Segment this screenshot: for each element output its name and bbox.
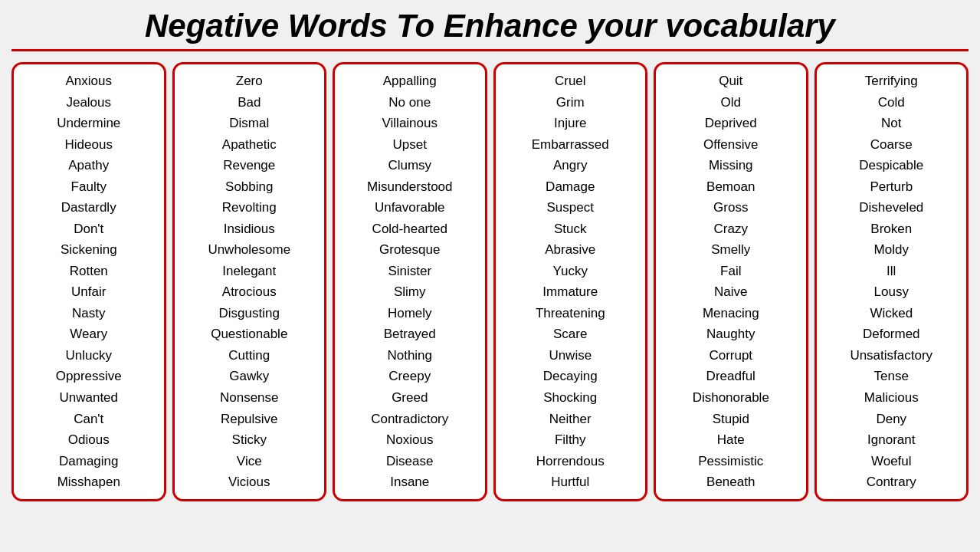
word-item: Unlucky: [66, 345, 112, 366]
word-item: Missing: [709, 155, 753, 176]
word-item: Nonsense: [220, 387, 279, 409]
word-item: Disheveled: [859, 197, 923, 219]
word-item: Unsatisfactory: [850, 345, 932, 366]
word-item: Upset: [393, 134, 427, 156]
word-item: Sinister: [388, 261, 431, 282]
word-item: Perturb: [870, 176, 913, 198]
word-item: Lousy: [874, 281, 909, 303]
word-item: Naive: [714, 281, 747, 303]
word-item: Old: [721, 92, 741, 113]
word-item: Yucky: [553, 261, 588, 282]
word-item: Homely: [388, 303, 432, 324]
word-column-5: QuitOldDeprivedOffensiveMissingBemoanGro…: [654, 62, 808, 501]
word-item: Ill: [887, 261, 896, 282]
word-item: Nasty: [72, 303, 105, 324]
word-item: Broken: [870, 219, 912, 240]
word-item: Offensive: [703, 134, 759, 156]
word-item: Moldy: [874, 239, 909, 261]
word-item: Disease: [386, 451, 433, 472]
word-item: Gross: [713, 197, 748, 219]
word-item: No one: [388, 92, 431, 113]
word-item: Quit: [719, 71, 742, 92]
word-item: Injure: [554, 113, 587, 134]
word-item: Not: [881, 113, 901, 134]
word-item: Corrupt: [709, 345, 752, 366]
word-item: Noxious: [386, 429, 433, 451]
word-item: Malicious: [864, 387, 919, 409]
word-item: Revenge: [223, 155, 275, 176]
word-item: Can't: [74, 409, 103, 430]
word-column-4: CruelGrimInjureEmbarrassedAngryDamageSus…: [493, 62, 648, 501]
word-item: Clumsy: [388, 155, 431, 176]
word-item: Neither: [549, 409, 592, 430]
word-item: Weary: [70, 324, 107, 345]
word-item: Faulty: [71, 176, 107, 198]
word-item: Fail: [720, 261, 741, 282]
word-item: Scare: [553, 324, 587, 345]
word-item: Menacing: [703, 303, 759, 324]
word-item: Betrayed: [384, 324, 436, 345]
word-item: Zero: [236, 71, 263, 92]
word-item: Despicable: [859, 155, 923, 176]
word-item: Cold-hearted: [372, 219, 447, 240]
word-item: Vice: [237, 451, 262, 472]
word-item: Dreadful: [706, 366, 755, 387]
word-item: Misunderstood: [367, 176, 453, 198]
word-item: Revolting: [222, 197, 277, 219]
word-item: Anxious: [66, 71, 112, 92]
word-item: Damage: [546, 176, 595, 198]
word-item: Stupid: [713, 409, 749, 430]
word-item: Apathetic: [222, 134, 277, 156]
word-item: Crazy: [714, 219, 748, 240]
word-item: Dishonorable: [693, 387, 769, 409]
word-item: Stuck: [554, 219, 587, 240]
word-item: Sobbing: [225, 176, 273, 198]
word-item: Sickening: [61, 239, 117, 261]
word-column-3: AppallingNo oneVillainousUpsetClumsyMisu…: [333, 62, 487, 501]
word-item: Unwise: [549, 345, 592, 366]
word-item: Atrocious: [222, 281, 277, 303]
word-item: Tense: [874, 366, 909, 387]
word-item: Deprived: [705, 113, 757, 134]
word-item: Gawky: [229, 366, 269, 387]
word-item: Misshapen: [57, 472, 120, 493]
word-item: Hurtful: [551, 472, 589, 493]
word-item: Cutting: [228, 345, 270, 366]
word-item: Insane: [390, 472, 429, 493]
word-item: Oppressive: [56, 366, 122, 387]
word-item: Filthy: [555, 429, 586, 451]
word-item: Creepy: [388, 366, 431, 387]
word-item: Dismal: [229, 113, 269, 134]
word-item: Grim: [556, 92, 585, 113]
word-item: Threatening: [536, 303, 605, 324]
word-item: Angry: [553, 155, 587, 176]
word-item: Slimy: [394, 281, 426, 303]
word-column-2: ZeroBadDismalApatheticRevengeSobbingRevo…: [172, 62, 327, 501]
word-item: Suspect: [547, 197, 594, 219]
word-item: Unwanted: [59, 387, 118, 409]
columns-container: AnxiousJealousUndermineHideousApathyFaul…: [11, 62, 969, 501]
word-item: Insidious: [224, 219, 275, 240]
word-item: Abrasive: [545, 239, 595, 261]
word-item: Unfair: [71, 281, 106, 303]
word-item: Bad: [238, 92, 261, 113]
word-column-1: AnxiousJealousUndermineHideousApathyFaul…: [11, 62, 166, 501]
word-item: Cold: [878, 92, 905, 113]
word-item: Greed: [392, 387, 428, 409]
word-item: Odious: [68, 429, 110, 451]
word-item: Nothing: [387, 345, 432, 366]
word-item: Vicious: [228, 472, 270, 493]
word-item: Deformed: [863, 324, 920, 345]
word-item: Contrary: [867, 472, 916, 493]
word-item: Horrendous: [536, 451, 605, 472]
word-item: Embarrassed: [532, 134, 609, 156]
word-item: Rotten: [70, 261, 108, 282]
word-item: Decaying: [543, 366, 598, 387]
word-item: Villainous: [382, 113, 438, 134]
word-item: Bemoan: [706, 176, 755, 198]
word-item: Smelly: [711, 239, 750, 261]
word-column-6: TerrifyingColdNotCoarseDespicablePerturb…: [814, 62, 969, 501]
word-item: Apathy: [68, 155, 109, 176]
word-item: Coarse: [870, 134, 913, 156]
word-item: Unwholesome: [208, 239, 290, 261]
